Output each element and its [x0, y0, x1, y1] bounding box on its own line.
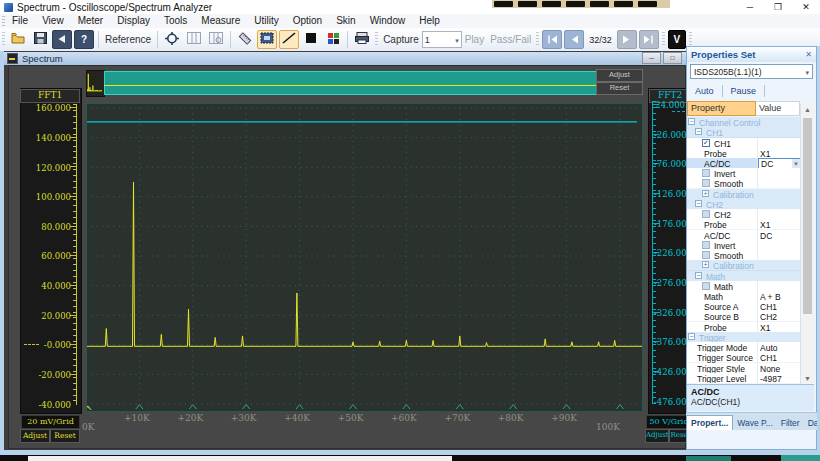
collapse-icon[interactable]: −: [688, 333, 695, 340]
play-button[interactable]: Play: [462, 34, 487, 45]
overlay-button[interactable]: [590, 1, 609, 7]
child-maximize-icon[interactable]: □: [663, 52, 682, 64]
checkbox-unchecked[interactable]: [702, 241, 710, 249]
capture-value: 1: [425, 35, 430, 45]
passfail-button[interactable]: Pass/Fail: [487, 34, 534, 45]
columns-search-button[interactable]: [206, 30, 226, 49]
back-icon: [56, 34, 68, 46]
columns-icon: [187, 32, 201, 47]
child-minimize-icon[interactable]: ─: [642, 52, 661, 64]
draw-toolbar-group: [234, 30, 344, 49]
expand-icon[interactable]: +: [702, 261, 709, 268]
prev-button[interactable]: [564, 30, 584, 49]
toolbar-grip: [375, 32, 378, 47]
tree-row-trigger-level[interactable]: Trigger Level-4987: [687, 373, 800, 383]
menu-item-measure[interactable]: Measure: [194, 14, 247, 28]
separator: [230, 31, 231, 48]
collapse-icon[interactable]: −: [695, 272, 702, 279]
checkbox-unchecked[interactable]: [702, 210, 710, 218]
last-button[interactable]: [639, 30, 659, 49]
fft2-zero-marker[interactable]: [672, 111, 685, 112]
columns-button[interactable]: [184, 30, 204, 49]
pause-button[interactable]: Pause: [723, 85, 765, 97]
scrollbar-thumb[interactable]: [803, 118, 812, 314]
panel-tab-filter[interactable]: Filter: [777, 416, 804, 430]
printer-button[interactable]: [352, 30, 372, 49]
tree-scrollbar[interactable]: ▲ ▼: [800, 104, 814, 384]
checkbox-unchecked[interactable]: [702, 251, 710, 259]
overlay-button[interactable]: [614, 1, 633, 7]
scroll-down-icon[interactable]: ▼: [803, 375, 812, 382]
property-description-title: AC/DC: [691, 387, 810, 397]
value-column-header[interactable]: Value: [756, 101, 800, 116]
capture-area-button[interactable]: [257, 30, 277, 49]
menu-item-utility[interactable]: Utility: [247, 14, 285, 28]
overlay-button[interactable]: [566, 1, 585, 7]
collapse-icon[interactable]: −: [695, 200, 702, 207]
ruler-button[interactable]: [235, 30, 255, 49]
checkbox-checked[interactable]: ✓: [702, 139, 710, 147]
menu-item-skin[interactable]: Skin: [329, 14, 362, 28]
xaxis-start-label: 0K: [82, 422, 94, 432]
save-button[interactable]: [30, 30, 50, 49]
maximize-icon[interactable]: ❐: [764, 0, 792, 14]
reference-button[interactable]: Reference: [102, 34, 154, 45]
panel-tab-wavep[interactable]: Wave P...: [733, 416, 776, 430]
voltage-button[interactable]: V: [668, 30, 686, 49]
checkbox-unchecked[interactable]: [702, 282, 710, 290]
fft1-reset-button[interactable]: Reset: [50, 429, 80, 443]
menu-item-view[interactable]: View: [35, 14, 71, 28]
first-button[interactable]: [542, 30, 562, 49]
property-tree: −Channel Control−CH1✓CH1ProbeX1AC/DCDC▼I…: [687, 117, 800, 383]
line-button[interactable]: [279, 30, 299, 49]
range-reset-button[interactable]: Reset: [596, 82, 643, 95]
next-button[interactable]: [617, 30, 637, 49]
title-bar: Spectrum - Oscilloscope/Spectrum Analyze…: [0, 0, 820, 14]
chevron-down-icon: [455, 35, 459, 45]
property-column-header[interactable]: Property: [687, 101, 756, 116]
menu-item-display[interactable]: Display: [110, 14, 157, 28]
help-button[interactable]: ?: [74, 30, 94, 49]
nav-toolbar-group: [541, 30, 585, 49]
fft2-adjust-button[interactable]: Adjust: [645, 429, 669, 443]
overlay-button[interactable]: [638, 1, 657, 7]
range-adjust-button[interactable]: Adjust: [596, 69, 643, 82]
menu-item-help[interactable]: Help: [412, 14, 447, 28]
overlay-button[interactable]: [518, 1, 537, 7]
minimize-icon[interactable]: ─: [736, 0, 764, 14]
open-button[interactable]: [8, 30, 28, 49]
fft1-adjust-button[interactable]: Adjust: [20, 429, 50, 443]
scroll-up-icon[interactable]: ▲: [803, 106, 812, 113]
application-window: Spectrum - Oscilloscope/Spectrum Analyze…: [0, 0, 820, 461]
menu-item-tools[interactable]: Tools: [157, 14, 194, 28]
stop-button[interactable]: [301, 30, 321, 49]
range-selector-bar[interactable]: [104, 71, 597, 95]
collapse-icon[interactable]: −: [688, 118, 695, 125]
fft1-zero-marker[interactable]: [24, 344, 39, 345]
capture-select[interactable]: 1: [422, 31, 462, 48]
auto-button[interactable]: Auto: [687, 85, 722, 97]
panel-close-icon[interactable]: ✕: [805, 50, 812, 59]
xaxis-tick-label: +10K: [120, 413, 154, 423]
spectrum-window-titlebar[interactable]: Spectrum ─ □: [4, 52, 686, 65]
spectrum-plot[interactable]: [86, 103, 643, 412]
overlay-button[interactable]: [494, 1, 513, 7]
back-button[interactable]: [52, 30, 72, 49]
panel-tab-propert[interactable]: Propert...: [686, 415, 733, 430]
device-select[interactable]: ISDS205B(1.1)(1): [690, 64, 813, 79]
menu-item-meter[interactable]: Meter: [71, 14, 111, 28]
fft1-tick-label: 40.000: [20, 281, 71, 291]
auto-pause-bar: Auto Pause: [687, 82, 816, 100]
close-icon[interactable]: ✕: [792, 0, 820, 14]
checkbox-unchecked[interactable]: [702, 169, 710, 177]
menu-item-file[interactable]: File: [5, 14, 35, 28]
menu-item-window[interactable]: Window: [363, 14, 413, 28]
target-button[interactable]: [162, 30, 182, 49]
collapse-icon[interactable]: −: [695, 128, 702, 135]
expand-icon[interactable]: +: [702, 190, 709, 197]
overlay-button[interactable]: [542, 1, 561, 7]
palette-button[interactable]: [323, 30, 343, 49]
checkbox-unchecked[interactable]: [702, 179, 710, 187]
menu-item-option[interactable]: Option: [286, 14, 329, 28]
fft1-tick-label: 80.000: [20, 222, 71, 232]
